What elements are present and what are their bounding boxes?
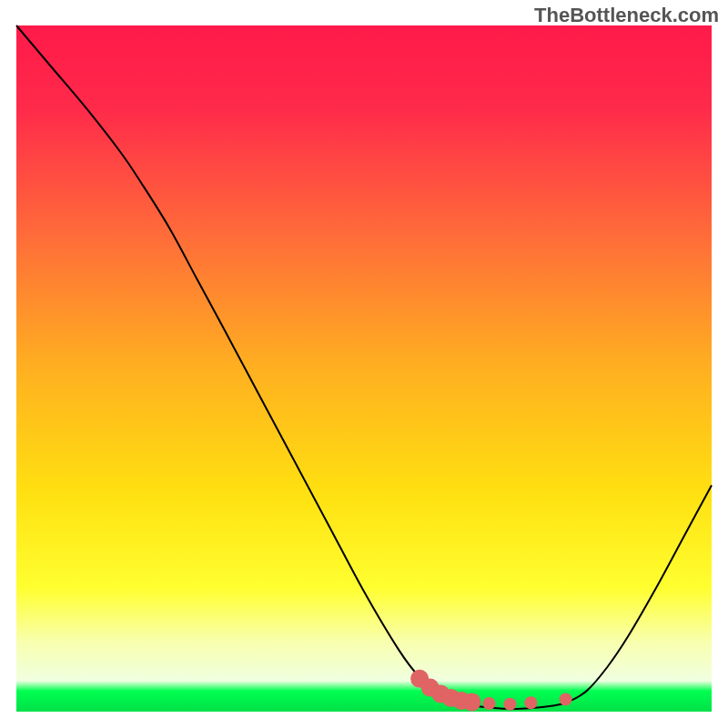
data-marker [560,693,572,705]
data-marker [503,698,516,711]
chart-svg [0,0,728,728]
data-marker [483,697,496,710]
plot-background [16,25,712,712]
data-marker [524,696,537,709]
chart-container: TheBottleneck.com [0,0,728,728]
watermark-text: TheBottleneck.com [534,4,719,27]
data-marker [462,693,480,711]
